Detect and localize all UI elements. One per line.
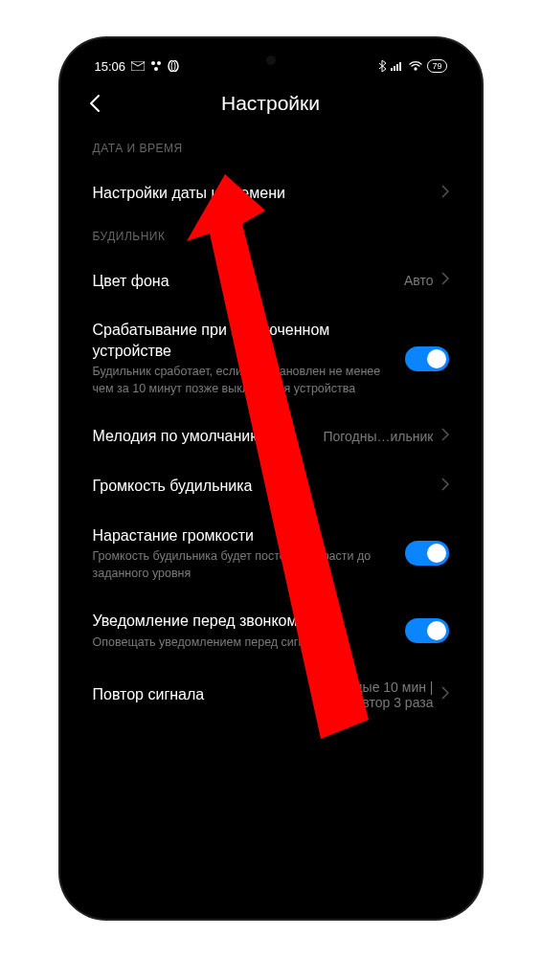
section-header-alarm: БУДИЛЬНИК	[93, 218, 449, 256]
volume-increase-row[interactable]: Нарастание громкости Громкость будильник…	[93, 511, 449, 597]
section-header-datetime: ДАТА И ВРЕМЯ	[93, 130, 449, 168]
status-time: 15:06	[95, 59, 126, 74]
chevron-right-icon	[441, 185, 449, 202]
trigger-off-toggle[interactable]	[405, 346, 449, 371]
repeat-signal-label: Повтор сигнала	[93, 684, 288, 705]
content: ДАТА И ВРЕМЯ Настройки даты и времени БУ…	[72, 130, 470, 892]
svg-point-4	[169, 60, 178, 72]
svg-rect-9	[399, 62, 401, 71]
status-left: 15:06	[95, 59, 180, 74]
mail-icon	[131, 61, 145, 71]
datetime-settings-row[interactable]: Настройки даты и времени	[93, 168, 449, 218]
svg-point-10	[415, 68, 417, 70]
bg-color-row[interactable]: Цвет фона Авто	[93, 256, 449, 306]
repeat-signal-value: Каждые 10 мин | Повтор 3 раза	[300, 679, 434, 710]
svg-rect-8	[396, 64, 398, 71]
chevron-right-icon	[441, 686, 449, 703]
repeat-signal-row[interactable]: Повтор сигнала Каждые 10 мин | Повтор 3 …	[93, 665, 449, 724]
bluetooth-icon	[378, 60, 386, 72]
default-melody-value: Погодны…ильник	[323, 429, 433, 444]
phone-frame: 15:06	[60, 38, 482, 919]
notify-before-row[interactable]: Уведомление перед звонком Оповещать увед…	[93, 596, 449, 665]
notify-before-subtitle: Оповещать уведомлением перед сигналами	[93, 635, 394, 652]
svg-point-1	[151, 61, 155, 65]
apps-icon	[150, 60, 162, 72]
chevron-right-icon	[441, 272, 449, 289]
phone-notch	[228, 50, 314, 73]
chevron-right-icon	[441, 428, 449, 445]
page-title: Настройки	[89, 92, 453, 115]
trigger-off-row[interactable]: Срабатывание при выключенном устройстве …	[93, 305, 449, 412]
alarm-volume-row[interactable]: Громкость будильника	[93, 461, 449, 511]
trigger-off-subtitle: Будильник сработает, если он установлен …	[93, 364, 394, 397]
alarm-volume-label: Громкость будильника	[93, 476, 422, 497]
battery-value: 79	[432, 61, 441, 71]
battery-indicator: 79	[427, 59, 446, 73]
svg-point-3	[154, 67, 158, 71]
bg-color-value: Авто	[404, 273, 434, 288]
svg-point-2	[157, 61, 161, 65]
svg-rect-6	[391, 68, 393, 71]
wifi-icon	[409, 61, 422, 71]
bg-color-label: Цвет фона	[93, 271, 393, 292]
volume-increase-toggle[interactable]	[405, 541, 449, 566]
volume-increase-subtitle: Громкость будильника будет постепенно ра…	[93, 548, 394, 582]
status-right: 79	[378, 59, 446, 73]
notify-before-toggle[interactable]	[405, 618, 449, 643]
datetime-settings-label: Настройки даты и времени	[93, 183, 422, 204]
default-melody-label: Мелодия по умолчанию	[93, 426, 312, 447]
header: Настройки	[72, 78, 470, 130]
phone-screen: 15:06	[72, 50, 470, 907]
opera-icon	[168, 60, 179, 72]
trigger-off-label: Срабатывание при выключенном устройстве	[93, 320, 394, 361]
back-button[interactable]	[89, 94, 101, 113]
default-melody-row[interactable]: Мелодия по умолчанию Погодны…ильник	[93, 412, 449, 461]
svg-rect-7	[394, 66, 395, 71]
volume-increase-label: Нарастание громкости	[93, 525, 394, 546]
svg-point-5	[171, 61, 175, 71]
signal-icon	[391, 61, 404, 71]
notify-before-label: Уведомление перед звонком	[93, 611, 394, 632]
chevron-right-icon	[441, 478, 449, 495]
